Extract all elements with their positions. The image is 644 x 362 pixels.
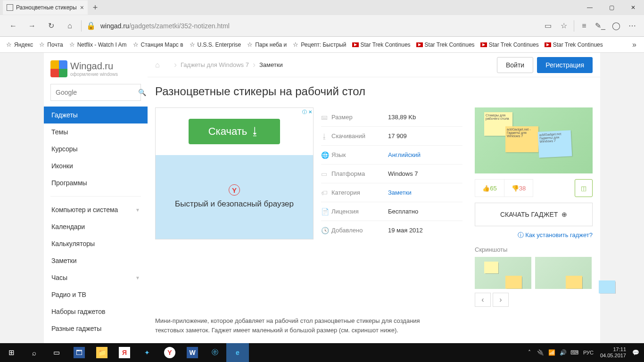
bookmark-item[interactable]: ☆Парк неба и: [244, 41, 289, 48]
bookmark-item[interactable]: ▶Star Trek Continues: [478, 41, 542, 48]
info-icon: 🏷: [321, 189, 331, 197]
refresh-button[interactable]: ↻: [41, 16, 60, 35]
ad-text: Быстрый и безопасный браузер: [175, 198, 294, 210]
more-icon[interactable]: ⋯: [624, 16, 640, 35]
register-button[interactable]: Регистрация: [537, 57, 593, 73]
bookmarks-overflow-icon[interactable]: »: [627, 41, 641, 49]
maximize-button[interactable]: ▢: [601, 0, 622, 15]
sidebar-nav-item[interactable]: Иконки: [44, 157, 148, 174]
tray-clock[interactable]: 17:11 04.05.2017: [596, 346, 630, 359]
screenshot-prev-button[interactable]: ‹: [475, 293, 491, 307]
login-button[interactable]: Войти: [497, 57, 533, 73]
bookmark-item[interactable]: ☆Рецепт: Быстрый: [289, 41, 349, 48]
tray-power-icon[interactable]: 🔌: [535, 343, 546, 362]
bookmark-item[interactable]: ☆Netflix - Watch I Am: [66, 41, 130, 48]
site-tagline: оформление windows: [70, 72, 118, 77]
taskbar-app[interactable]: 🗔: [68, 343, 91, 362]
sidebar-nav-item[interactable]: Темы: [44, 123, 148, 140]
tray-volume-icon[interactable]: 🔊: [558, 343, 569, 362]
help-link[interactable]: ⓘ Как установить гаджет?: [475, 231, 593, 239]
search-taskbar-icon[interactable]: ⌕: [23, 343, 45, 362]
reading-view-icon[interactable]: ▭: [540, 16, 556, 35]
start-button[interactable]: ⊞: [0, 343, 23, 362]
sidebar-category-item[interactable]: Часы▼: [44, 269, 148, 286]
browser-tab[interactable]: Разноцветные стикеры ×: [3, 0, 88, 15]
hub-icon[interactable]: ≡: [576, 16, 592, 35]
new-tab-button[interactable]: +: [88, 0, 103, 15]
sidebar-category-item[interactable]: Наборы гаджетов: [44, 303, 148, 320]
tray-lang[interactable]: РУС: [580, 350, 596, 355]
bookmark-button[interactable]: ◫: [575, 179, 593, 197]
screenshot-next-button[interactable]: ›: [493, 293, 509, 307]
search-box[interactable]: 🔍: [50, 84, 141, 101]
screenshot-thumb[interactable]: [475, 257, 531, 289]
back-button[interactable]: ←: [4, 16, 23, 35]
youtube-icon: ▶: [480, 41, 487, 48]
taskbar-app-explorer[interactable]: 📁: [91, 343, 113, 362]
tray-wifi-icon[interactable]: 📶: [546, 343, 558, 362]
taskbar-app[interactable]: ✦: [136, 343, 158, 362]
sidebar-nav-item[interactable]: Гаджеты: [44, 107, 148, 123]
info-value: Бесплатно: [388, 208, 418, 215]
sidebar-nav-item[interactable]: Курсоры: [44, 140, 148, 157]
taskbar-app-browser[interactable]: Y: [158, 343, 181, 362]
url-bar[interactable]: wingad.ru/gadgets/zametki/352-notizen.ht…: [99, 22, 540, 30]
taskbar-app-ie[interactable]: ⓔ: [204, 343, 226, 362]
close-window-button[interactable]: ✕: [622, 0, 644, 15]
home-icon[interactable]: ⌂: [155, 61, 170, 69]
tab-favicon: [7, 4, 13, 11]
like-button[interactable]: 👍 65: [475, 179, 504, 197]
bookmark-item[interactable]: ▶Star Trek Continues: [413, 41, 478, 48]
preview-image[interactable]: Стикеры для рабочего стола addGadget.net…: [475, 107, 593, 173]
sidebar-category-item[interactable]: Калькуляторы: [44, 235, 148, 252]
ad-badge-icon: ⓘ ✕: [302, 109, 312, 115]
bookmark-item[interactable]: ▶Star Trek Continues: [542, 41, 606, 48]
minimize-button[interactable]: —: [579, 0, 601, 15]
taskbar-app-edge[interactable]: e: [226, 343, 249, 362]
dislike-button[interactable]: 👎 38: [504, 179, 533, 197]
search-icon[interactable]: 🔍: [138, 89, 146, 96]
breadcrumb-category[interactable]: Гаджеты для Windows 7: [181, 61, 249, 68]
home-button[interactable]: ⌂: [60, 16, 79, 35]
sidebar-category-item[interactable]: Разные гаджеты: [44, 320, 148, 337]
bookmark-item[interactable]: ☆Яндекс: [3, 41, 36, 48]
breadcrumb-bar: ⌂ › Гаджеты для Windows 7 › Заметки Войт…: [148, 53, 600, 77]
breadcrumb-current: Заметки: [259, 61, 283, 68]
ad-block[interactable]: ⓘ ✕ Скачать ⭳ Y Быстрый и безопасный бра…: [155, 107, 314, 239]
info-value: 19 мая 2012: [388, 227, 423, 234]
ad-download-button[interactable]: Скачать ⭳: [189, 119, 281, 144]
search-input[interactable]: [56, 89, 138, 96]
sidebar-category-item[interactable]: Компьютер и система▼: [44, 201, 148, 218]
tray-keyboard-icon[interactable]: ⌨: [569, 343, 580, 362]
bookmark-item[interactable]: ☆U.S.S. Enterprise: [186, 41, 244, 48]
sidebar-category-item[interactable]: Заметки: [44, 252, 148, 269]
bookmark-item[interactable]: ☆Станция Марс в: [130, 41, 186, 48]
notes-icon[interactable]: ✎_: [592, 16, 608, 35]
tab-close-icon[interactable]: ×: [80, 4, 84, 11]
sidebar-nav-item[interactable]: Программы: [44, 174, 148, 191]
download-gadget-button[interactable]: СКАЧАТЬ ГАДЖЕТ ⊕: [475, 203, 593, 226]
taskbar-app-word[interactable]: W: [181, 343, 204, 362]
bookmark-item[interactable]: ☆Почта: [36, 41, 66, 48]
tray-chevron-icon[interactable]: ˄: [524, 343, 535, 362]
bookmarks-bar: ☆Яндекс☆Почта☆Netflix - Watch I Am☆Станц…: [0, 37, 644, 53]
site-logo[interactable]: Wingad.ru оформление windows: [44, 60, 148, 84]
taskbar: ⊞ ⌕ ▭ 🗔 📁 Я ✦ Y W ⓔ e ˄ 🔌 📶 🔊 ⌨ РУС 17:1…: [0, 343, 644, 362]
forward-button[interactable]: →: [23, 16, 41, 35]
favorite-star-icon[interactable]: ☆: [556, 16, 572, 35]
yandex-icon: Y: [229, 184, 240, 196]
screenshot-thumb[interactable]: [535, 257, 592, 289]
star-icon: ☆: [247, 41, 253, 48]
tray-notifications-icon[interactable]: 💬: [630, 343, 641, 362]
sidebar-category-item[interactable]: Календари: [44, 218, 148, 235]
share-icon[interactable]: ◯: [608, 16, 624, 35]
info-value: 17 909: [388, 132, 407, 140]
bookmark-item[interactable]: ▶Star Trek Continues: [349, 41, 413, 48]
sidebar-category-item[interactable]: Радио и ТВ: [44, 286, 148, 303]
info-row: 🌐ЯзыкАнглийский: [321, 145, 462, 164]
task-view-icon[interactable]: ▭: [45, 343, 68, 362]
taskbar-app-yandex[interactable]: Я: [113, 343, 136, 362]
info-link[interactable]: Английский: [388, 151, 421, 158]
info-link[interactable]: Заметки: [388, 189, 412, 196]
page-title: Разноцветные стикеры на рабочий стол: [148, 77, 600, 107]
